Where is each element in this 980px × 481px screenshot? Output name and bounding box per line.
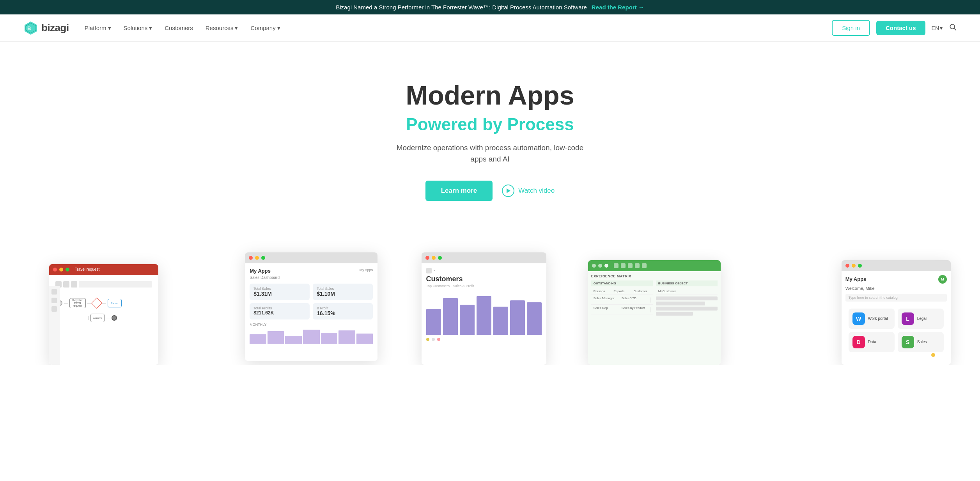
nav-resources[interactable]: Resources ▾ — [206, 25, 238, 32]
myapps-right-window: My Apps M Welcome, Mike Type here to sea… — [842, 260, 951, 365]
flow-task-2: Cancel — [108, 299, 122, 307]
dot-red — [845, 264, 849, 268]
process-titlebar: Travel request — [49, 264, 158, 275]
experience-left: OUTSTANDING Persona Reports Customer Sal… — [591, 280, 653, 316]
dot-green — [438, 256, 442, 260]
toolbar-bar — [79, 281, 152, 288]
experience-right: BUSINESS OBJECT Mi Customer — [656, 280, 718, 316]
mini-chart — [250, 328, 373, 344]
top-banner: Bizagi Named a Strong Performer in The F… — [0, 0, 980, 14]
experience-titlebar — [588, 260, 721, 271]
language-selector[interactable]: EN ▾ — [932, 25, 943, 31]
hero-title: Modern Apps — [8, 81, 972, 110]
process-designer-window: Travel request — Register travel request… — [49, 264, 158, 365]
app-icon-data: D — [852, 336, 865, 348]
matrix-row: Persona Reports Customer — [591, 288, 653, 295]
hero-subtitle: Powered by Process — [8, 115, 972, 134]
chevron-down-icon: ▾ — [277, 25, 280, 32]
logo[interactable]: B bizagi — [23, 21, 69, 35]
app-icon-work: W — [852, 312, 865, 325]
chevron-down-icon: ▾ — [108, 25, 111, 32]
svg-text:B: B — [27, 25, 31, 31]
process-sidebar — [49, 286, 60, 365]
learn-more-button[interactable]: Learn more — [425, 181, 493, 201]
myapps-titlebar — [245, 252, 377, 263]
process-title: Travel request — [75, 267, 100, 272]
chevron-down-icon: ▾ — [235, 25, 238, 32]
dot-green — [66, 268, 69, 272]
stats-row-1: Total Sales $1.31M Total Sales $1.10M — [250, 284, 373, 300]
customers-subtitle: Top Customers - Sales & Profit — [426, 284, 542, 288]
screenshots-inner: Travel request — Register travel request… — [0, 232, 980, 365]
dot-2 — [598, 264, 602, 268]
header: B bizagi Platform ▾ Solutions ▾ Customer… — [0, 14, 980, 42]
dot-3 — [604, 264, 608, 268]
experience-matrix-window: EXPERIENCE MATRIX OUTSTANDING Persona Re… — [588, 260, 721, 365]
dot-red — [425, 256, 429, 260]
app-icon-legal: L — [902, 312, 914, 325]
dot-green — [261, 256, 265, 260]
flow-gateway — [91, 298, 102, 309]
stat-card: Total Profits $211.62K — [250, 303, 310, 319]
customers-title: Customers — [426, 275, 542, 283]
nav-solutions[interactable]: Solutions ▾ — [124, 25, 152, 32]
app-grid: W Work portal L Legal D Data S Sales — [845, 305, 947, 355]
myapps-right-body: My Apps M Welcome, Mike Type here to sea… — [842, 271, 951, 365]
customers-chart — [426, 292, 542, 335]
process-flow-2: | Approve — — [87, 312, 152, 324]
dot-yellow — [432, 256, 436, 260]
nav-customers[interactable]: Customers — [165, 25, 193, 31]
sign-in-button[interactable]: Sign in — [832, 20, 870, 36]
contact-button[interactable]: Contact us — [876, 21, 925, 35]
experience-title: EXPERIENCE MATRIX — [591, 274, 718, 278]
end-node — [112, 315, 117, 321]
avatar: M — [938, 275, 947, 284]
logo-icon: B — [23, 21, 38, 35]
dot-1 — [592, 264, 596, 268]
stat-card: & Profit 16.15% — [313, 303, 373, 319]
search-icon[interactable] — [949, 23, 957, 33]
hero-buttons: Learn more Watch video — [8, 181, 972, 201]
watch-video-button[interactable]: Watch video — [502, 185, 555, 197]
monthly-label: MONTHLY — [250, 323, 373, 327]
favorite-dot — [931, 353, 935, 357]
nav-company[interactable]: Company ▾ — [250, 25, 280, 32]
chevron-down-icon: ▾ — [149, 25, 152, 32]
pagination-dots — [426, 338, 542, 341]
toolbar-icon — [71, 281, 77, 288]
flow-task-3: Approve — [90, 314, 105, 322]
play-icon — [502, 185, 514, 197]
app-card: D Data — [849, 332, 895, 352]
search-bar: Type here to search the catalog — [845, 294, 947, 302]
app-card: L Legal — [898, 309, 944, 329]
screenshots-section: Travel request — Register travel request… — [0, 232, 980, 365]
dot-red — [249, 256, 253, 260]
dot-yellow — [255, 256, 259, 260]
matrix-row: Mi Customer — [656, 288, 718, 295]
myapps-body: My Apps Sales Dashboard My Apps Total Sa… — [245, 263, 377, 361]
banner-text: Bizagi Named a Strong Performer in The F… — [336, 4, 587, 11]
dot-green — [858, 264, 862, 268]
myapps-right-titlebar — [842, 260, 951, 271]
app-card: W Work portal — [849, 309, 895, 329]
dot-yellow — [59, 268, 63, 272]
read-report-link[interactable]: Read the Report → — [592, 4, 644, 11]
matrix-row: Sales Manager Sales YTD — [591, 295, 653, 305]
flow-task: Register travel request — [69, 298, 86, 308]
stat-card: Total Sales $1.31M — [250, 284, 310, 300]
hero-description: Modernize operations with process automa… — [389, 142, 592, 165]
nav-platform[interactable]: Platform ▾ — [85, 25, 111, 32]
header-actions: Sign in Contact us EN ▾ — [832, 20, 957, 36]
myapps-right-title: My Apps — [845, 276, 867, 282]
myapps-subtitle: Sales Dashboard — [250, 275, 280, 280]
app-icon-sales: S — [902, 336, 914, 348]
nav: Platform ▾ Solutions ▾ Customers Resourc… — [85, 25, 816, 32]
process-body: — Register travel request — — Cancel | A… — [49, 275, 158, 365]
stat-card: Total Sales $1.10M — [313, 284, 373, 300]
customers-icon — [426, 268, 432, 273]
stats-row-2: Total Profits $211.62K & Profit 16.15% — [250, 303, 373, 319]
toolbar-icon — [63, 281, 69, 288]
experience-body: EXPERIENCE MATRIX OUTSTANDING Persona Re… — [588, 271, 721, 365]
chevron-down-icon: ▾ — [940, 25, 943, 31]
customers-window: ▪ Customers Top Customers - Sales & Prof… — [422, 252, 546, 365]
